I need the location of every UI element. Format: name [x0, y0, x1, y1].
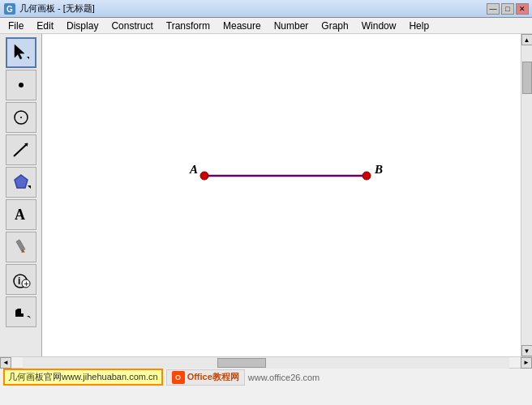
office-badge: O Office教程网 — [166, 369, 245, 386]
menu-graph[interactable]: Graph — [315, 19, 354, 33]
text-tool-button[interactable]: A — [6, 199, 36, 230]
maximize-button[interactable]: □ — [501, 3, 514, 15]
menu-help[interactable]: Help — [402, 19, 435, 33]
app-icon: G — [3, 2, 16, 15]
svg-point-5 — [19, 83, 24, 87]
scroll-right-button[interactable]: ► — [521, 357, 532, 369]
right-scrollbar[interactable]: ▲ ▼ — [521, 34, 532, 356]
title-bar: G 几何画板 - [无标题] — □ ✕ — [0, 0, 532, 18]
geometry-canvas: A B — [42, 34, 521, 356]
svg-point-7 — [20, 117, 22, 118]
svg-marker-2 — [15, 45, 24, 59]
menu-construct[interactable]: Construct — [105, 19, 159, 33]
website-label: 几何画板官网www.jihehuaban.com.cn — [3, 369, 163, 386]
svg-text:A: A — [15, 207, 25, 223]
svg-text:i: i — [18, 275, 20, 287]
bottom-scrollbar[interactable]: ◄ ► — [0, 356, 532, 368]
selection-tool-button[interactable] — [6, 37, 36, 68]
svg-marker-20 — [15, 309, 24, 317]
scroll-up-button[interactable]: ▲ — [521, 34, 533, 45]
label-a: A — [189, 163, 198, 176]
status-bar: 几何画板官网www.jihehuaban.com.cn O Office教程网 … — [0, 368, 532, 386]
svg-line-9 — [14, 143, 28, 156]
scroll-down-button[interactable]: ▼ — [521, 345, 533, 356]
main-layout: A i + — [0, 34, 532, 356]
office-url: www.office26.com — [248, 373, 320, 382]
menu-transform[interactable]: Transform — [160, 19, 217, 33]
scroll-track-horizontal — [23, 357, 509, 369]
marker-tool-button[interactable] — [6, 232, 36, 262]
toolbar: A i + — [0, 34, 42, 356]
point-b[interactable] — [363, 172, 371, 180]
svg-marker-11 — [15, 175, 28, 188]
point-a[interactable] — [200, 172, 208, 180]
svg-text:+: + — [24, 279, 28, 288]
menu-bar: File Edit Display Construct Transform Me… — [0, 18, 532, 34]
svg-text:G: G — [6, 5, 13, 14]
point-tool-button[interactable] — [6, 70, 36, 100]
scroll-track-vertical — [521, 45, 533, 345]
scroll-thumb-vertical[interactable] — [522, 62, 532, 94]
info-tool-button[interactable]: i + — [6, 264, 36, 295]
line-tool-button[interactable] — [6, 134, 36, 165]
close-button[interactable]: ✕ — [516, 3, 529, 15]
scroll-left-button[interactable]: ◄ — [0, 357, 11, 369]
minimize-button[interactable]: — — [487, 3, 500, 15]
svg-marker-21 — [27, 316, 31, 318]
hand-tool-button[interactable] — [6, 296, 36, 327]
label-b: B — [374, 163, 383, 176]
office-icon: O — [172, 371, 185, 384]
menu-display[interactable]: Display — [60, 19, 105, 33]
scroll-thumb-horizontal[interactable] — [217, 358, 266, 368]
window-title: 几何画板 - [无标题] — [19, 2, 483, 15]
menu-window[interactable]: Window — [355, 19, 403, 33]
office-label: Office教程网 — [187, 371, 239, 383]
polygon-tool-button[interactable] — [6, 167, 36, 198]
window-controls[interactable]: — □ ✕ — [487, 3, 529, 15]
svg-marker-4 — [27, 57, 29, 59]
menu-edit[interactable]: Edit — [30, 19, 60, 33]
compass-tool-button[interactable] — [6, 102, 36, 133]
canvas-area[interactable]: A B — [42, 34, 521, 356]
menu-number[interactable]: Number — [268, 19, 315, 33]
menu-measure[interactable]: Measure — [217, 19, 268, 33]
menu-file[interactable]: File — [2, 19, 30, 33]
svg-marker-12 — [28, 185, 31, 189]
svg-rect-14 — [15, 240, 24, 252]
